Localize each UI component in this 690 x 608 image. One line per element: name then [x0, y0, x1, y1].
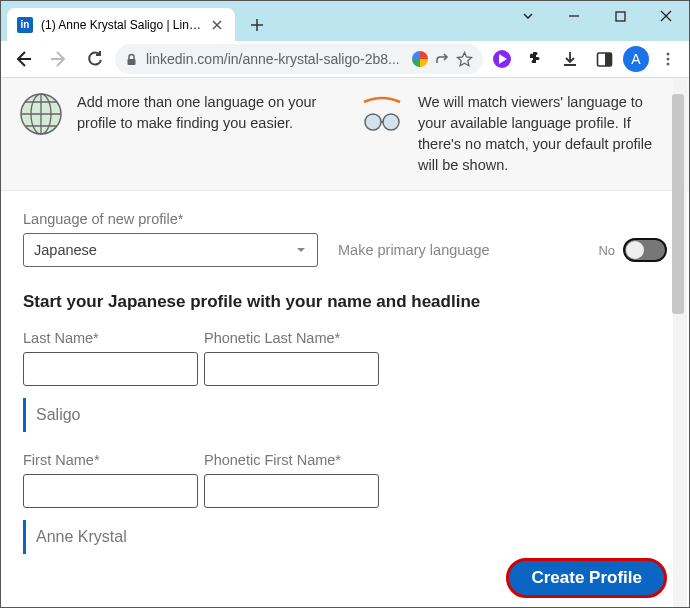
primary-language-toggle[interactable]	[623, 238, 667, 262]
svg-point-10	[365, 114, 381, 130]
first-name-hint: Anne Krystal	[23, 520, 667, 554]
toggle-knob	[626, 241, 644, 259]
close-window-button[interactable]	[643, 1, 689, 31]
phonetic-last-label: Phonetic Last Name*	[204, 330, 379, 346]
bookmark-star-icon[interactable]	[456, 51, 473, 68]
forward-button[interactable]	[43, 44, 75, 74]
phonetic-last-input[interactable]	[204, 352, 379, 386]
browser-titlebar: in (1) Anne Krystal Saligo | LinkedIn	[1, 1, 689, 41]
last-name-label: Last Name*	[23, 330, 198, 346]
language-select[interactable]: Japanese	[23, 233, 318, 267]
kebab-menu-icon[interactable]	[653, 44, 683, 74]
language-select-value: Japanese	[34, 242, 97, 258]
create-profile-button[interactable]: Create Profile	[506, 558, 667, 598]
svg-point-5	[667, 53, 670, 56]
last-name-input[interactable]	[23, 352, 198, 386]
banner-right-text: We will match viewers' language to your …	[418, 92, 671, 176]
add-language-form: Language of new profile* Japanese Make p…	[1, 191, 689, 584]
back-button[interactable]	[7, 44, 39, 74]
svg-point-6	[667, 58, 670, 61]
svg-point-11	[383, 114, 399, 130]
info-banner: Add more than one language on your profi…	[1, 78, 689, 191]
globe-icon	[19, 92, 63, 136]
first-name-input[interactable]	[23, 474, 198, 508]
chevron-down-icon[interactable]	[505, 1, 551, 31]
share-icon[interactable]	[434, 51, 450, 67]
svg-rect-1	[128, 59, 136, 65]
language-label: Language of new profile*	[23, 211, 667, 227]
glasses-icon	[360, 92, 404, 136]
svg-rect-4	[605, 53, 612, 66]
browser-toolbar: linkedin.com/in/anne-krystal-saligo-2b8.…	[1, 41, 689, 78]
banner-left-text: Add more than one language on your profi…	[77, 92, 330, 176]
svg-rect-0	[616, 12, 625, 21]
side-panel-icon[interactable]	[589, 44, 619, 74]
phonetic-first-label: Phonetic First Name*	[204, 452, 379, 468]
section-heading: Start your Japanese profile with your na…	[23, 292, 667, 312]
reload-button[interactable]	[79, 44, 111, 74]
svg-point-7	[667, 63, 670, 66]
primary-state-label: No	[598, 243, 615, 258]
first-name-label: First Name*	[23, 452, 198, 468]
address-bar[interactable]: linkedin.com/in/anne-krystal-saligo-2b8.…	[115, 44, 483, 74]
lock-icon	[125, 53, 138, 66]
linkedin-favicon: in	[17, 17, 33, 33]
maximize-window-button[interactable]	[597, 1, 643, 31]
tab-title: (1) Anne Krystal Saligo | LinkedIn	[41, 18, 201, 32]
extension-play-icon[interactable]	[487, 44, 517, 74]
google-icon[interactable]	[412, 51, 428, 67]
window-controls	[505, 1, 689, 41]
close-tab-icon[interactable]	[209, 17, 225, 33]
last-name-hint: Saligo	[23, 398, 667, 432]
new-tab-button[interactable]	[243, 11, 271, 39]
browser-tab[interactable]: in (1) Anne Krystal Saligo | LinkedIn	[7, 8, 235, 41]
extensions-puzzle-icon[interactable]	[521, 44, 551, 74]
make-primary-label: Make primary language	[338, 242, 490, 258]
minimize-window-button[interactable]	[551, 1, 597, 31]
caret-down-icon	[295, 244, 307, 256]
url-text: linkedin.com/in/anne-krystal-saligo-2b8.…	[146, 51, 404, 67]
profile-avatar[interactable]: A	[623, 46, 649, 72]
phonetic-first-input[interactable]	[204, 474, 379, 508]
downloads-icon[interactable]	[555, 44, 585, 74]
page-content: Add more than one language on your profi…	[1, 78, 689, 608]
